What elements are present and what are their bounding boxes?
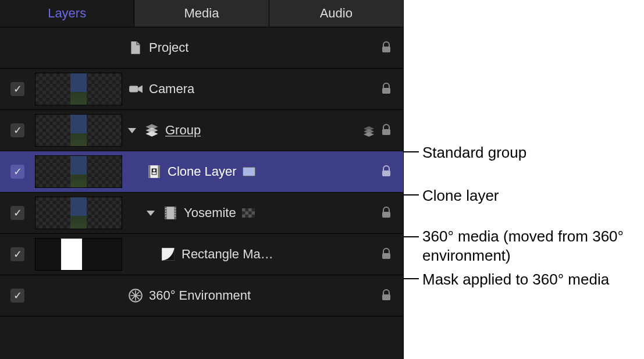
thumbnail xyxy=(35,155,122,188)
mask-icon xyxy=(161,247,176,262)
row-project[interactable]: Project xyxy=(0,27,403,69)
lock-icon[interactable] xyxy=(380,165,394,179)
clone-film-icon xyxy=(147,164,162,179)
group-label: Group xyxy=(165,123,201,138)
callout-line xyxy=(404,278,419,279)
lock-icon[interactable] xyxy=(380,82,394,96)
callout-line xyxy=(404,194,419,196)
visibility-checkbox[interactable] xyxy=(10,247,24,261)
lock-icon[interactable] xyxy=(380,206,394,220)
visibility-checkbox[interactable] xyxy=(10,123,24,137)
color-swatch xyxy=(243,167,255,176)
yosemite-label: Yosemite xyxy=(184,205,236,221)
tab-media[interactable]: Media xyxy=(134,0,269,27)
lock-icon[interactable] xyxy=(380,247,394,261)
row-group[interactable]: Group xyxy=(0,110,403,151)
layers-panel: Layers Media Audio Project Camera xyxy=(0,0,404,359)
callout-360-media: 360° media (moved from 360° environment) xyxy=(422,227,632,265)
thumbnail xyxy=(35,238,122,271)
lock-icon[interactable] xyxy=(380,289,394,303)
callout-line xyxy=(404,151,419,152)
disclosure-triangle[interactable] xyxy=(147,211,155,216)
row-yosemite[interactable]: Yosemite xyxy=(0,193,403,234)
row-360-environment[interactable]: 360° Environment xyxy=(0,275,403,317)
lock-icon[interactable] xyxy=(380,41,394,55)
row-clone-layer[interactable]: Clone Layer xyxy=(0,151,403,193)
callout-clone-layer: Clone layer xyxy=(422,186,499,205)
thumbnail xyxy=(35,73,122,105)
page-icon xyxy=(128,40,143,55)
project-label: Project xyxy=(149,40,188,55)
camera-icon xyxy=(128,81,143,97)
clone-layer-label: Clone Layer xyxy=(168,164,237,179)
callout-line xyxy=(404,236,419,237)
globe-360-icon xyxy=(128,288,143,303)
visibility-checkbox[interactable] xyxy=(10,82,24,96)
visibility-checkbox[interactable] xyxy=(10,165,24,179)
visibility-checkbox[interactable] xyxy=(10,289,24,303)
thumbnail xyxy=(35,197,122,229)
callout-standard-group: Standard group xyxy=(422,143,526,162)
disclosure-triangle[interactable] xyxy=(128,128,136,133)
row-camera[interactable]: Camera xyxy=(0,69,403,110)
camera-label: Camera xyxy=(149,81,194,97)
stack-indicator-icon xyxy=(362,125,375,136)
visibility-checkbox[interactable] xyxy=(10,206,24,220)
tab-layers[interactable]: Layers xyxy=(0,0,134,27)
mask-label: Rectangle Ma… xyxy=(182,247,273,262)
tab-audio[interactable]: Audio xyxy=(269,0,403,27)
lock-icon[interactable] xyxy=(380,123,394,137)
row-rectangle-mask[interactable]: Rectangle Ma… xyxy=(0,234,403,275)
film-icon xyxy=(163,205,178,221)
thumbnail xyxy=(35,114,122,147)
checker-icon xyxy=(242,208,255,218)
callout-mask: Mask applied to 360° media xyxy=(422,270,609,289)
tabs: Layers Media Audio xyxy=(0,0,403,27)
stack-icon xyxy=(144,123,159,138)
360-env-label: 360° Environment xyxy=(149,288,251,303)
